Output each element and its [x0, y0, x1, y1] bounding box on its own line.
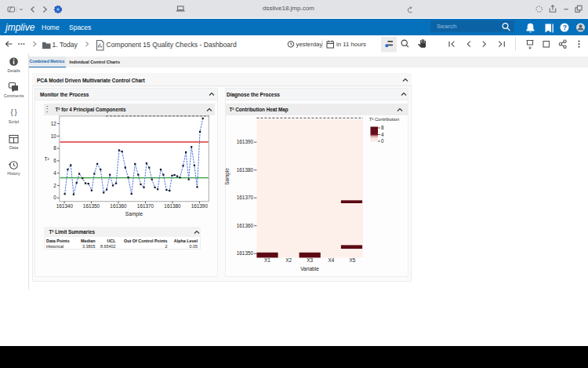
svg-text:0: 0 — [381, 138, 384, 144]
svg-text:Alpha Level: Alpha Level — [174, 239, 198, 243]
svg-text:4: 4 — [381, 132, 384, 137]
svg-text:Sample: Sample — [125, 211, 143, 217]
svg-text:Median: Median — [81, 239, 96, 243]
svg-text:Data Points: Data Points — [46, 239, 70, 243]
svg-text:Details: Details — [7, 67, 20, 72]
svg-text:X5: X5 — [349, 257, 355, 263]
svg-text:161380: 161380 — [164, 203, 181, 209]
svg-text:161390: 161390 — [237, 139, 254, 144]
svg-text:161390: 161390 — [191, 203, 209, 209]
svg-text:X3: X3 — [307, 257, 313, 263]
svg-text:161350: 161350 — [83, 203, 100, 209]
svg-text:Data: Data — [9, 145, 18, 150]
svg-text:Comments: Comments — [4, 93, 24, 97]
svg-text:yesterday: yesterday — [296, 41, 323, 48]
svg-text:Out Of Control Points: Out Of Control Points — [124, 239, 167, 243]
svg-text:8: 8 — [53, 145, 56, 151]
svg-text:4: 4 — [53, 170, 56, 176]
svg-text:10: 10 — [51, 133, 57, 139]
svg-text:X2: X2 — [285, 257, 292, 263]
svg-text:8.65402: 8.65402 — [100, 244, 116, 249]
svg-text:161370: 161370 — [237, 195, 254, 200]
svg-text:X1: X1 — [264, 257, 270, 263]
svg-text:dsslive18.jmp.com: dsslive18.jmp.com — [263, 5, 314, 12]
svg-text:History: History — [7, 171, 20, 176]
svg-text:2: 2 — [53, 183, 56, 188]
svg-text:?: ? — [563, 24, 567, 31]
svg-text:2: 2 — [165, 244, 168, 249]
svg-text:0.05: 0.05 — [190, 244, 198, 249]
svg-text:UCL: UCL — [107, 239, 116, 243]
svg-text:161360: 161360 — [110, 203, 127, 209]
svg-text:161340: 161340 — [56, 203, 74, 209]
svg-text:Component 15 Quality Checks -: Component 15 Quality Checks - Dashboard — [107, 41, 237, 49]
svg-text:3.3805: 3.3805 — [82, 244, 96, 249]
svg-text:161370: 161370 — [137, 203, 154, 209]
svg-text:Variable: Variable — [300, 266, 319, 271]
svg-text:Historical: Historical — [46, 244, 64, 249]
svg-text:1. Today: 1. Today — [53, 41, 78, 49]
svg-text:8: 8 — [381, 125, 384, 130]
svg-text:Script: Script — [9, 119, 20, 124]
svg-text:{ }: { } — [10, 107, 16, 115]
svg-text:161350: 161350 — [237, 250, 254, 256]
svg-text:0: 0 — [53, 195, 56, 200]
svg-text:161360: 161360 — [237, 223, 254, 228]
svg-text:6: 6 — [53, 158, 56, 163]
svg-text:12: 12 — [51, 121, 57, 126]
svg-text:T²: T² — [45, 156, 49, 162]
svg-text:T² Contribution: T² Contribution — [369, 117, 399, 122]
svg-text:161380: 161380 — [237, 167, 254, 173]
svg-text:in 11 hours: in 11 hours — [336, 41, 366, 48]
svg-text:X4: X4 — [328, 257, 334, 263]
